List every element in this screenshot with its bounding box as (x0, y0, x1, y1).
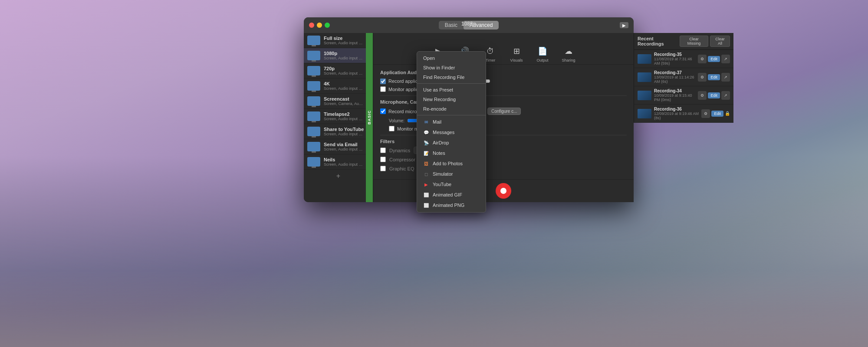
recording-gear-0[interactable]: ⚙ (698, 55, 707, 63)
dynamics-checkbox[interactable] (380, 147, 386, 153)
toolbar-output[interactable]: 📄 Output (534, 45, 551, 62)
recording-actions-2: ⚙ Edit ↗ (698, 91, 730, 100)
preset-item-7[interactable]: Send via Email Screen, Audio input devic… (304, 139, 373, 154)
preset-info-2: 720p Screen, Audio input device,... (324, 66, 364, 75)
menu-messages[interactable]: 💬 Messages (417, 127, 486, 137)
title-bar-right: ▶ (620, 22, 628, 28)
recording-edit-2[interactable]: Edit (708, 92, 720, 98)
recording-edit-0[interactable]: Edit (708, 56, 720, 62)
preset-info-7: Send via Email Screen, Audio input devic… (324, 142, 364, 151)
menu-animated-png[interactable]: ⬜ Animated PNG (417, 200, 486, 210)
recording-name-3: Recording-36 (654, 107, 699, 111)
preset-info-1: 1080p Screen, Audio input device,... (324, 51, 364, 60)
photos-icon: 🖼 (423, 160, 429, 167)
preset-name-4: Screencast (324, 96, 364, 101)
menu-notes[interactable]: 📝 Notes (417, 148, 486, 158)
menu-youtube[interactable]: ▶ YouTube (417, 179, 486, 190)
dynamics-label: Dynamics (389, 148, 410, 153)
recording-share-2[interactable]: ↗ (721, 91, 730, 100)
preset-item-6[interactable]: Share to YouTube Screen, Audio input dev… (304, 124, 373, 139)
preset-list: Full size Screen, Audio input device 108… (304, 33, 373, 170)
menu-new-recording[interactable]: New Recording (417, 95, 486, 104)
configure-mic-button[interactable]: Configure c... (487, 108, 521, 115)
preset-item-3[interactable]: 4K Screen, Audio input device,... (304, 79, 373, 94)
tab-basic[interactable]: Basic (439, 21, 464, 29)
toolbar-sharing[interactable]: ☁ Sharing (560, 45, 577, 62)
visuals-icon: ⊞ (510, 45, 523, 57)
clear-missing-button[interactable]: Clear Missing (680, 36, 708, 47)
minimize-button[interactable] (317, 23, 322, 28)
menu-airdrop[interactable]: 📡 AirDrop (417, 137, 486, 148)
menu-simulator[interactable]: ◻ Simulator (417, 169, 486, 179)
recordings-panel: Recent Recordings Clear Missing Clear Al… (634, 33, 733, 123)
preset-info-5: Timelapse2 Screen, Audio input device,..… (324, 111, 364, 121)
preset-info-4: Screencast Screen, Camera, Audio input..… (324, 96, 364, 106)
clear-all-button[interactable]: Clear All (710, 36, 730, 47)
notes-icon: 📝 (423, 150, 429, 156)
menu-re-encode[interactable]: Re-encode (417, 104, 486, 114)
preset-sub-3: Screen, Audio input device,... (324, 86, 364, 91)
monitor-app-audio-checkbox[interactable] (380, 86, 386, 92)
preset-icon-2 (307, 66, 320, 75)
menu-find-recording-file[interactable]: Find Recording File (417, 72, 486, 82)
sharing-label: Sharing (562, 58, 575, 62)
recording-gear-2[interactable]: ⚙ (698, 91, 707, 100)
menu-open[interactable]: Open (417, 53, 486, 63)
toolbar-visuals[interactable]: ⊞ Visuals (508, 45, 525, 62)
maximize-button[interactable] (325, 23, 330, 28)
recording-info-3: Recording-36 12/09/2019 at 9:19:46 AM (8… (654, 107, 699, 120)
menu-animated-gif[interactable]: ⬜ Animated GIF (417, 190, 486, 200)
preset-item-1[interactable]: 1080p Screen, Audio input device,... (304, 48, 373, 63)
animated-png-icon: ⬜ (423, 202, 429, 208)
record-button[interactable] (496, 183, 511, 199)
preset-item-8[interactable]: Neils Screen, Audio input device,... (304, 154, 373, 170)
menu-mail[interactable]: ✉ Mail (417, 117, 486, 127)
context-menu: Open Show in Finder Find Recording File … (417, 51, 486, 213)
close-button[interactable] (309, 23, 314, 28)
preset-icon-5 (307, 111, 320, 121)
compressor-checkbox[interactable] (380, 157, 386, 162)
add-preset-button[interactable]: + (304, 170, 373, 183)
recording-info-0: Recording-35 11/08/2019 at 7:31:46 AM (5… (654, 52, 695, 65)
recording-info-1: Recording-37 13/09/2019 at 11:14:26 AM (… (654, 70, 695, 84)
video-icon-button[interactable]: ▶ (620, 22, 628, 28)
preset-item-0[interactable]: Full size Screen, Audio input device (304, 33, 373, 48)
recording-item-2: Recording-34 10/09/2019 at 9:15:40 PM (0… (634, 86, 733, 105)
output-icon: 📄 (536, 45, 549, 57)
recording-edit-3[interactable]: Edit (711, 111, 723, 117)
airdrop-icon: 📡 (423, 140, 429, 146)
record-inner (500, 188, 506, 194)
menu-photos[interactable]: 🖼 Add to Photos (417, 158, 486, 169)
recording-date-1: 13/09/2019 at 11:14:26 AM (6s) (654, 75, 695, 84)
preset-item-5[interactable]: Timelapse2 Screen, Audio input device,..… (304, 109, 373, 124)
recordings-header: Recent Recordings Clear Missing Clear Al… (634, 33, 733, 50)
monitor-mic-checkbox[interactable] (389, 126, 395, 131)
preset-icon-8 (307, 157, 320, 167)
recording-item-0: Recording-35 11/08/2019 at 7:31:46 AM (5… (634, 50, 733, 68)
recording-share-1[interactable]: ↗ (721, 73, 730, 82)
bottom-bar (373, 179, 634, 202)
sharing-icon: ☁ (562, 45, 575, 57)
preset-name-3: 4K (324, 81, 364, 86)
recording-actions-0: ⚙ Edit ↗ (698, 55, 730, 63)
menu-messages-label: Messages (433, 130, 454, 135)
recording-gear-3[interactable]: ⚙ (701, 109, 710, 118)
recording-edit-1[interactable]: Edit (708, 74, 720, 80)
preset-item-4[interactable]: Screencast Screen, Camera, Audio input..… (304, 94, 373, 109)
sidebar-basic-label: BASIC (366, 33, 373, 202)
settings-area: Application Audio Record application aud… (373, 65, 634, 179)
menu-mail-label: Mail (433, 119, 441, 124)
recording-share-0[interactable]: ↗ (721, 55, 730, 63)
record-mic-checkbox[interactable] (380, 108, 386, 114)
graphic-eq-checkbox[interactable] (380, 166, 386, 171)
graphic-eq-label: Graphic EQ (389, 166, 414, 171)
menu-simulator-label: Simulator (433, 171, 453, 177)
recording-gear-1[interactable]: ⚙ (698, 73, 707, 82)
menu-show-in-finder[interactable]: Show in Finder (417, 63, 486, 72)
preset-icon-0 (307, 36, 320, 45)
record-app-audio-checkbox[interactable] (380, 79, 386, 84)
recordings-list: Recording-35 11/08/2019 at 7:31:46 AM (5… (634, 50, 733, 123)
menu-use-as-preset[interactable]: Use as Preset (417, 85, 486, 95)
preset-item-2[interactable]: 720p Screen, Audio input device,... (304, 63, 373, 79)
main-panel: 1080p ▶ Video 🔊 Audio ⏱ Timer ⊞ Visuals (373, 33, 634, 202)
